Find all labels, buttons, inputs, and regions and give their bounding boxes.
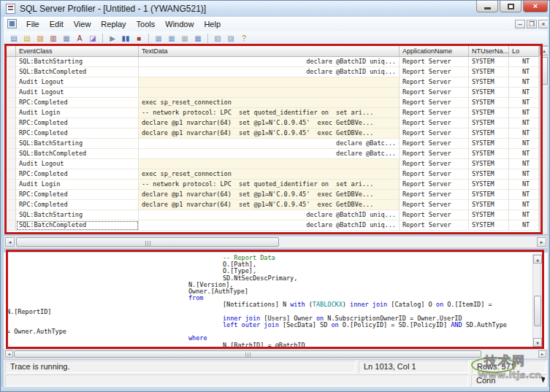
cell-eventclass: RPC:Completed [16, 118, 139, 128]
minimize-icon [484, 7, 491, 9]
cell-textdata: -- network protocol: LPC set quoted_iden… [139, 180, 400, 190]
menu-edit[interactable]: Edit [45, 18, 69, 30]
auto-scroll-icon[interactable]: ▦ [192, 33, 204, 44]
cell-loginname: NT [509, 210, 539, 220]
cell-selector [4, 128, 16, 139]
column-header-textdata[interactable]: TextData [139, 45, 400, 57]
cell-textdata [139, 77, 400, 88]
table-row[interactable]: SQL:BatchCompleteddeclare @BatchID uniq.… [4, 67, 539, 77]
scroll-down-arrow-icon[interactable]: ▼ [533, 338, 542, 347]
table-row[interactable]: Audit Login-- network protocol: LPC set … [4, 108, 539, 118]
column-header-ntuserna[interactable]: NTUserNa... [469, 45, 509, 57]
cell-ntusername: SYSTEM [469, 159, 509, 169]
menu-view[interactable]: View [69, 18, 96, 30]
column-header-selector[interactable] [4, 45, 16, 57]
table-row[interactable]: SQL:BatchCompleteddeclare @BatchID uniq.… [4, 220, 539, 231]
toolbar: ▤▤▨▥▦A◪▶▮▮■▦▦▦▦▧▨? [4, 31, 548, 45]
table-row[interactable]: RPC:Completeddeclare @p1 nvarchar(64) se… [4, 200, 539, 210]
table-row[interactable]: Audit LogoutReport ServerSYSTEMNT [4, 88, 539, 98]
table-row[interactable]: SQL:BatchStartingdeclare @BatchID uniq..… [4, 57, 539, 67]
toggle-breakpoint-icon[interactable]: ▦ [179, 33, 191, 44]
scroll-left-arrow-icon[interactable]: ◄ [5, 350, 13, 358]
table-row[interactable]: SQL:BatchStartingdeclare @Batc...Report … [4, 139, 539, 149]
table-row[interactable]: RPC:Completedexec sp_reset_connectionRep… [4, 169, 539, 180]
table-row[interactable]: Audit Login-- network protocol: LPC set … [4, 180, 539, 190]
menu-window[interactable]: Window [160, 18, 199, 30]
sql-keyword: with [290, 301, 305, 308]
textdata-detail-pane[interactable]: ▲ ▼ -- Report DataO.[Path],O.[Type],SD.N… [4, 252, 548, 349]
open-trace-icon[interactable]: ▨ [34, 33, 46, 44]
window-layout-icon-1[interactable]: ▧ [212, 33, 224, 44]
cell-eventclass: RPC:Completed [16, 169, 139, 180]
detail-horizontal-scrollbar[interactable]: ◄ ► [4, 349, 548, 359]
maximize-button[interactable] [500, 1, 522, 12]
cell-eventclass: Audit Logout [16, 77, 139, 88]
new-trace-icon[interactable]: ▤ [8, 33, 20, 44]
stop-trace-icon[interactable]: ■ [133, 33, 145, 44]
table-row[interactable]: RPC:Completedexec sp_reset_connectionRep… [4, 98, 539, 108]
cell-loginname: NT [509, 88, 539, 98]
table-row[interactable]: RPC:Completeddeclare @p1 nvarchar(64) se… [4, 128, 539, 139]
grid-horizontal-scrollbar[interactable]: ◄ ► [4, 236, 548, 248]
scroll-up-arrow-icon[interactable]: ▲ [533, 255, 542, 264]
mdi-minimize-button[interactable]: – [515, 20, 525, 28]
table-row[interactable]: SQL:BatchStartingdeclare @BatchID uniq..… [4, 210, 539, 220]
trace-properties-icon[interactable]: ▦ [61, 33, 72, 44]
cell-selector [4, 159, 16, 169]
scroll-right-arrow-icon[interactable]: ► [538, 350, 546, 358]
cell-selector [4, 108, 16, 118]
window-layout-icon-2[interactable]: ▨ [225, 33, 237, 44]
sql-text-line: where [188, 335, 207, 342]
scroll-left-arrow-icon[interactable]: ◄ [5, 237, 15, 247]
grid-vscroll-thumb[interactable] [541, 57, 548, 85]
mdi-close-button[interactable]: × [538, 20, 549, 28]
find-icon[interactable]: A [74, 33, 85, 44]
sql-text-line: N.[ReportID] [7, 309, 51, 315]
grid-hscroll-thumb[interactable] [16, 237, 279, 247]
pause-trace-icon[interactable]: ▮▮ [120, 33, 131, 44]
scroll-grip-icon [145, 241, 150, 247]
menu-replay[interactable]: Replay [96, 18, 131, 30]
sql-keyword: from [188, 294, 203, 301]
run-trace-icon[interactable]: ▶ [107, 33, 118, 44]
cell-applicationname: Report Server [400, 88, 469, 98]
table-row[interactable]: Audit LogoutReport ServerSYSTEMNT [4, 77, 539, 88]
cell-textdata: declare @p1 nvarchar(64) set @p1=N'C.0.9… [139, 128, 400, 139]
cell-textdata: -- network protocol: LPC set quoted_iden… [139, 108, 400, 118]
toolbar-separator [207, 34, 208, 43]
table-row[interactable]: Audit LogoutReport ServerSYSTEMNT [4, 159, 539, 169]
cell-loginname: NT [509, 169, 539, 180]
minimize-button[interactable] [476, 1, 498, 12]
title-bar: SQL Server Profiler - [Untitled - 1 (YWA… [1, 1, 550, 18]
close-button[interactable]: × [523, 1, 548, 12]
column-header-applicationname[interactable]: ApplicationName [400, 45, 469, 57]
clear-trace-window-icon[interactable]: ◪ [87, 33, 99, 44]
sql-text: [Catalog] O [387, 301, 436, 308]
cell-ntusername: SYSTEM [469, 220, 509, 231]
mdi-document-icon[interactable] [7, 19, 17, 28]
cell-ntusername: SYSTEM [469, 128, 509, 139]
menu-file[interactable]: File [21, 18, 45, 30]
detail-vscroll-thumb[interactable] [534, 296, 541, 326]
scroll-right-arrow-icon[interactable]: ► [537, 237, 546, 247]
cell-selector [4, 77, 16, 88]
app-window: SQL Server Profiler - [Untitled - 1 (YWA… [0, 0, 550, 392]
detail-vertical-scrollbar[interactable]: ▲ ▼ [532, 254, 541, 347]
new-template-icon[interactable]: ▤ [21, 33, 33, 44]
grid-vertical-scrollbar[interactable]: ▲ [539, 45, 548, 234]
detail-hscroll-thumb[interactable] [14, 350, 481, 358]
menu-tools[interactable]: Tools [131, 18, 161, 30]
table-row[interactable]: RPC:Completeddeclare @p1 nvarchar(64) se… [4, 190, 539, 200]
execute-step-icon[interactable]: ▦ [153, 33, 164, 44]
mdi-restore-button[interactable]: ❐ [527, 20, 537, 28]
column-header-lo[interactable]: Lo [509, 45, 539, 57]
sql-keyword: on [331, 321, 338, 328]
table-row[interactable]: RPC:Completeddeclare @p1 nvarchar(64) se… [4, 118, 539, 128]
save-trace-icon[interactable]: ▥ [47, 33, 59, 44]
cell-eventclass: RPC:Completed [16, 98, 139, 108]
column-header-eventclass[interactable]: EventClass [16, 45, 139, 57]
run-to-cursor-icon[interactable]: ▦ [166, 33, 177, 44]
help-icon[interactable]: ? [238, 33, 250, 44]
menu-help[interactable]: Help [199, 18, 226, 30]
table-row[interactable]: SQL:BatchCompleteddeclare @Batc...Report… [4, 149, 539, 159]
